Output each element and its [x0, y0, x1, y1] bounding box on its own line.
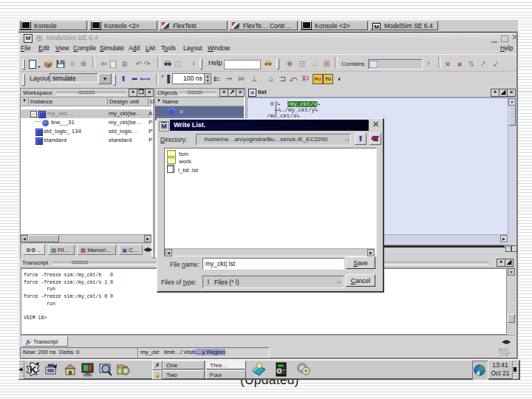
svg-text:K: K — [30, 364, 37, 375]
